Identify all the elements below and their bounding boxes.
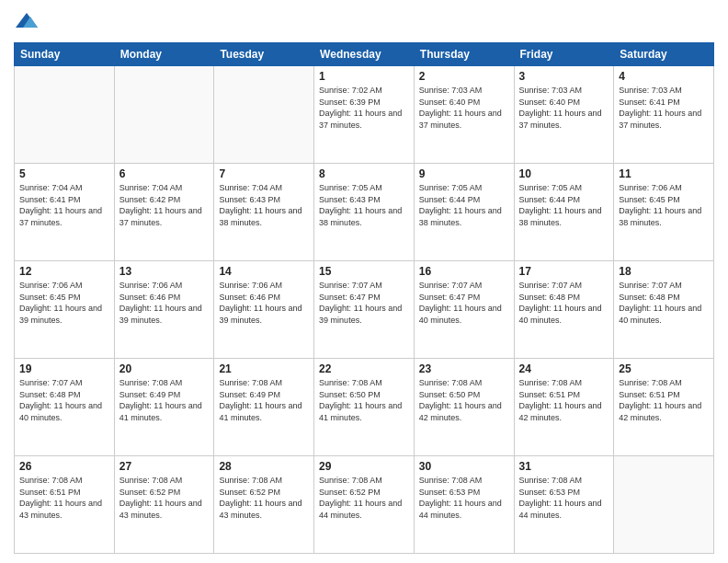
calendar-cell: 17Sunrise: 7:07 AMSunset: 6:48 PMDayligh…	[514, 261, 614, 359]
week-row-0: 1Sunrise: 7:02 AMSunset: 6:39 PMDaylight…	[15, 66, 714, 164]
calendar-cell: 22Sunrise: 7:08 AMSunset: 6:50 PMDayligh…	[314, 359, 415, 456]
day-info: Sunrise: 7:04 AMSunset: 6:42 PMDaylight:…	[119, 182, 210, 228]
day-info: Sunrise: 7:08 AMSunset: 6:49 PMDaylight:…	[219, 377, 309, 423]
day-number: 3	[519, 70, 609, 83]
calendar-cell	[614, 456, 714, 554]
week-row-4: 26Sunrise: 7:08 AMSunset: 6:51 PMDayligh…	[15, 456, 714, 554]
day-info: Sunrise: 7:08 AMSunset: 6:51 PMDaylight:…	[519, 377, 609, 423]
calendar-cell: 29Sunrise: 7:08 AMSunset: 6:52 PMDayligh…	[314, 456, 415, 554]
day-number: 14	[219, 265, 309, 278]
day-info: Sunrise: 7:03 AMSunset: 6:40 PMDaylight:…	[419, 85, 509, 131]
calendar-cell: 30Sunrise: 7:08 AMSunset: 6:53 PMDayligh…	[414, 456, 514, 554]
header	[14, 9, 714, 35]
day-info: Sunrise: 7:07 AMSunset: 6:47 PMDaylight:…	[419, 280, 509, 326]
day-number: 27	[119, 460, 210, 473]
day-info: Sunrise: 7:08 AMSunset: 6:52 PMDaylight:…	[119, 475, 210, 521]
calendar-table: SundayMondayTuesdayWednesdayThursdayFrid…	[14, 42, 714, 554]
calendar-cell: 28Sunrise: 7:08 AMSunset: 6:52 PMDayligh…	[214, 456, 314, 554]
day-info: Sunrise: 7:07 AMSunset: 6:48 PMDaylight:…	[519, 280, 609, 326]
day-number: 23	[419, 362, 509, 375]
day-number: 30	[419, 460, 509, 473]
day-number: 1	[319, 70, 409, 83]
day-info: Sunrise: 7:08 AMSunset: 6:51 PMDaylight:…	[619, 377, 709, 423]
calendar-cell: 31Sunrise: 7:08 AMSunset: 6:53 PMDayligh…	[514, 456, 614, 554]
day-info: Sunrise: 7:07 AMSunset: 6:48 PMDaylight:…	[19, 377, 109, 423]
day-number: 24	[519, 362, 609, 375]
day-info: Sunrise: 7:08 AMSunset: 6:52 PMDaylight:…	[219, 475, 309, 521]
calendar-cell: 5Sunrise: 7:04 AMSunset: 6:41 PMDaylight…	[15, 164, 115, 261]
day-info: Sunrise: 7:08 AMSunset: 6:50 PMDaylight:…	[419, 377, 509, 423]
day-number: 16	[419, 265, 509, 278]
day-number: 4	[619, 70, 709, 83]
day-info: Sunrise: 7:08 AMSunset: 6:52 PMDaylight:…	[319, 475, 409, 521]
calendar-cell	[114, 66, 214, 164]
day-info: Sunrise: 7:03 AMSunset: 6:41 PMDaylight:…	[619, 85, 709, 131]
calendar-cell: 26Sunrise: 7:08 AMSunset: 6:51 PMDayligh…	[15, 456, 115, 554]
week-row-1: 5Sunrise: 7:04 AMSunset: 6:41 PMDaylight…	[15, 164, 714, 261]
week-row-2: 12Sunrise: 7:06 AMSunset: 6:45 PMDayligh…	[15, 261, 714, 359]
day-number: 9	[419, 167, 509, 180]
calendar-cell: 25Sunrise: 7:08 AMSunset: 6:51 PMDayligh…	[614, 359, 714, 456]
calendar-cell	[214, 66, 314, 164]
day-number: 7	[219, 167, 309, 180]
calendar-cell: 18Sunrise: 7:07 AMSunset: 6:48 PMDayligh…	[614, 261, 714, 359]
day-number: 28	[219, 460, 309, 473]
day-number: 12	[19, 265, 109, 278]
calendar-cell: 9Sunrise: 7:05 AMSunset: 6:44 PMDaylight…	[414, 164, 514, 261]
day-number: 2	[419, 70, 509, 83]
calendar-cell: 16Sunrise: 7:07 AMSunset: 6:47 PMDayligh…	[414, 261, 514, 359]
day-info: Sunrise: 7:07 AMSunset: 6:48 PMDaylight:…	[619, 280, 709, 326]
day-info: Sunrise: 7:05 AMSunset: 6:44 PMDaylight:…	[419, 182, 509, 228]
day-info: Sunrise: 7:05 AMSunset: 6:43 PMDaylight:…	[319, 182, 409, 228]
calendar-cell: 14Sunrise: 7:06 AMSunset: 6:46 PMDayligh…	[214, 261, 314, 359]
calendar-cell: 3Sunrise: 7:03 AMSunset: 6:40 PMDaylight…	[514, 66, 614, 164]
calendar-cell: 23Sunrise: 7:08 AMSunset: 6:50 PMDayligh…	[414, 359, 514, 456]
day-info: Sunrise: 7:08 AMSunset: 6:50 PMDaylight:…	[319, 377, 409, 423]
day-info: Sunrise: 7:06 AMSunset: 6:45 PMDaylight:…	[619, 182, 709, 228]
day-number: 13	[119, 265, 210, 278]
calendar-cell: 15Sunrise: 7:07 AMSunset: 6:47 PMDayligh…	[314, 261, 415, 359]
day-number: 10	[519, 167, 609, 180]
calendar-cell: 11Sunrise: 7:06 AMSunset: 6:45 PMDayligh…	[614, 164, 714, 261]
calendar-cell	[15, 66, 115, 164]
weekday-friday: Friday	[514, 43, 614, 66]
week-row-3: 19Sunrise: 7:07 AMSunset: 6:48 PMDayligh…	[15, 359, 714, 456]
day-info: Sunrise: 7:06 AMSunset: 6:46 PMDaylight:…	[119, 280, 210, 326]
calendar-cell: 12Sunrise: 7:06 AMSunset: 6:45 PMDayligh…	[15, 261, 115, 359]
day-info: Sunrise: 7:05 AMSunset: 6:44 PMDaylight:…	[519, 182, 609, 228]
calendar-cell: 27Sunrise: 7:08 AMSunset: 6:52 PMDayligh…	[114, 456, 214, 554]
weekday-thursday: Thursday	[414, 43, 514, 66]
calendar-cell: 20Sunrise: 7:08 AMSunset: 6:49 PMDayligh…	[114, 359, 214, 456]
day-number: 22	[319, 362, 409, 375]
day-info: Sunrise: 7:02 AMSunset: 6:39 PMDaylight:…	[319, 85, 409, 131]
day-info: Sunrise: 7:04 AMSunset: 6:43 PMDaylight:…	[219, 182, 309, 228]
day-number: 19	[19, 362, 109, 375]
day-number: 17	[519, 265, 609, 278]
day-info: Sunrise: 7:08 AMSunset: 6:51 PMDaylight:…	[19, 475, 109, 521]
day-number: 15	[319, 265, 409, 278]
weekday-tuesday: Tuesday	[214, 43, 314, 66]
day-number: 11	[619, 167, 709, 180]
day-number: 18	[619, 265, 709, 278]
day-info: Sunrise: 7:06 AMSunset: 6:46 PMDaylight:…	[219, 280, 309, 326]
day-info: Sunrise: 7:04 AMSunset: 6:41 PMDaylight:…	[19, 182, 109, 228]
weekday-saturday: Saturday	[614, 43, 714, 66]
day-number: 26	[19, 460, 109, 473]
day-info: Sunrise: 7:07 AMSunset: 6:47 PMDaylight:…	[319, 280, 409, 326]
day-number: 31	[519, 460, 609, 473]
calendar-cell: 13Sunrise: 7:06 AMSunset: 6:46 PMDayligh…	[114, 261, 214, 359]
calendar-cell: 2Sunrise: 7:03 AMSunset: 6:40 PMDaylight…	[414, 66, 514, 164]
calendar-cell: 7Sunrise: 7:04 AMSunset: 6:43 PMDaylight…	[214, 164, 314, 261]
day-info: Sunrise: 7:03 AMSunset: 6:40 PMDaylight:…	[519, 85, 609, 131]
calendar-cell: 21Sunrise: 7:08 AMSunset: 6:49 PMDayligh…	[214, 359, 314, 456]
day-number: 8	[319, 167, 409, 180]
day-info: Sunrise: 7:08 AMSunset: 6:53 PMDaylight:…	[419, 475, 509, 521]
calendar-cell: 4Sunrise: 7:03 AMSunset: 6:41 PMDaylight…	[614, 66, 714, 164]
day-info: Sunrise: 7:08 AMSunset: 6:49 PMDaylight:…	[119, 377, 210, 423]
weekday-wednesday: Wednesday	[314, 43, 415, 66]
calendar-cell: 10Sunrise: 7:05 AMSunset: 6:44 PMDayligh…	[514, 164, 614, 261]
logo	[14, 9, 43, 35]
weekday-sunday: Sunday	[15, 43, 115, 66]
day-info: Sunrise: 7:08 AMSunset: 6:53 PMDaylight:…	[519, 475, 609, 521]
weekday-header-row: SundayMondayTuesdayWednesdayThursdayFrid…	[15, 43, 714, 66]
